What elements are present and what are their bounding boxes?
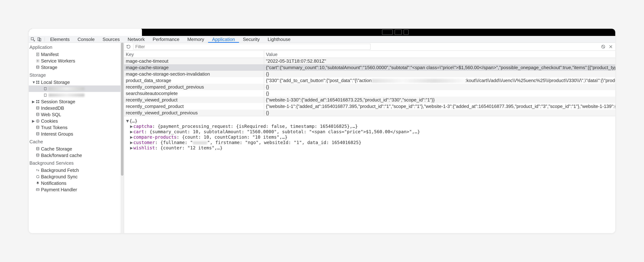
sidebar-item-trust-tokens[interactable]: Trust Tokens [29, 124, 124, 131]
viewer-line[interactable]: ▶customer: {fullname: "", firstname: "ng… [126, 140, 613, 145]
cell-value: {} [264, 84, 615, 90]
cell-key: searchsuiteautocomplete [124, 91, 264, 96]
tab-sources[interactable]: Sources [99, 36, 124, 43]
expand-icon[interactable]: ▶ [130, 145, 133, 151]
svg-point-23 [36, 126, 39, 127]
device-toggle-icon[interactable] [37, 37, 42, 42]
viewer-line[interactable]: ▶cart: {summary_count: 10, subtotalAmoun… [126, 129, 613, 135]
sidebar-item-cache-storage[interactable]: Cache Storage [29, 146, 124, 152]
sidebar-item-session-storage[interactable]: ▶Session Storage [29, 98, 124, 105]
sidebar-item-notifications[interactable]: Notifications [29, 180, 124, 186]
svg-rect-15 [38, 102, 39, 103]
tab-application[interactable]: Application [208, 36, 239, 43]
column-header-key[interactable]: Key [124, 51, 264, 58]
viewer-line[interactable]: ▶captcha: {payment_processing_request: {… [126, 124, 613, 129]
sidebar-item-manifest[interactable]: Manifest [29, 51, 124, 58]
sidebar-item-label: Back/forward cache [40, 153, 82, 158]
main-area: ApplicationManifestService WorkersStorag… [29, 43, 615, 233]
db-icon [35, 65, 40, 69]
sidebar-item-payment-handler[interactable]: Payment Handler [29, 186, 124, 193]
caret-right-icon[interactable]: ▶ [32, 119, 35, 123]
sidebar-item-back-forward-cache[interactable]: Back/forward cache [29, 152, 124, 159]
tab-security[interactable]: Security [239, 36, 264, 43]
svg-point-18 [36, 120, 39, 123]
cell-value: {"website-1-1":{"added_at":1654016877.39… [264, 104, 615, 109]
sidebar-item-background-fetch[interactable]: Background Fetch [29, 167, 124, 174]
caret-down-icon[interactable]: ▼ [32, 80, 35, 84]
table-row[interactable]: product_data_storage{"330":{"add_to_cart… [124, 77, 615, 84]
sidebar-item-label: Storage [40, 65, 57, 70]
sidebar-item-label: Trust Tokens [40, 125, 68, 130]
table-row[interactable]: mage-cache-storage{"cart":{"summary_coun… [124, 64, 615, 71]
browser-control-box[interactable] [394, 29, 402, 35]
tab-lighthouse[interactable]: Lighthouse [264, 36, 294, 43]
tab-network[interactable]: Network [124, 36, 148, 43]
sidebar-item-local-storage[interactable]: ▼Local Storage [29, 79, 124, 85]
manifest-icon [35, 52, 40, 56]
sidebar-origin-item[interactable] [29, 92, 124, 98]
browser-control-box[interactable] [382, 29, 393, 35]
cell-value: {} [264, 91, 615, 96]
sidebar-item-label: Payment Handler [40, 187, 77, 193]
browser-control-box[interactable] [404, 29, 408, 35]
viewer-line[interactable]: ▶compare-products: {count: 10, countCapt… [126, 135, 613, 140]
db-icon [35, 132, 40, 136]
column-header-value[interactable]: Value [264, 51, 615, 58]
sidebar-item-indexeddb[interactable]: IndexedDB [29, 105, 124, 111]
sidebar-item-background-sync[interactable]: Background Sync [29, 174, 124, 180]
table-row[interactable]: recently_compared_product{"website-1-1":… [124, 103, 615, 110]
sidebar-item-storage[interactable]: Storage [29, 64, 124, 71]
gear-icon [35, 59, 40, 63]
tab-memory[interactable]: Memory [183, 36, 208, 43]
viewer-value: {payment_processing_request: {isRequired… [158, 124, 358, 129]
table-row[interactable]: recently_viewed_product{"website-1-330":… [124, 97, 615, 103]
sidebar-scrollbar[interactable] [120, 43, 124, 233]
viewer-line[interactable]: ▶wishlist: {counter: "12 items",…} [126, 145, 613, 151]
sidebar-origin-item[interactable] [29, 85, 124, 92]
svg-rect-27 [36, 189, 39, 191]
tab-console[interactable]: Console [74, 36, 98, 43]
section-header: Application [29, 43, 124, 51]
grid-icon [35, 80, 40, 84]
viewer-root[interactable]: ▼{…} [126, 118, 613, 124]
table-row[interactable]: recently_compared_product_previous{} [124, 84, 615, 90]
svg-rect-6 [36, 81, 38, 82]
viewer-key: wishlist [133, 145, 155, 151]
expand-icon[interactable]: ▶ [130, 135, 133, 140]
cell-key: recently_viewed_product [124, 97, 264, 103]
sidebar-item-label: Cache Storage [40, 146, 72, 152]
svg-point-19 [37, 120, 38, 121]
redacted-segment [372, 79, 465, 83]
expand-icon[interactable]: ▶ [130, 140, 133, 145]
application-sidebar: ApplicationManifestService WorkersStorag… [29, 43, 124, 233]
refresh-button[interactable] [126, 44, 131, 49]
browser-active-tab[interactable] [29, 29, 142, 36]
table-row[interactable]: searchsuiteautocomplete{} [124, 90, 615, 97]
table-row[interactable]: recently_viewed_product_previous{} [124, 110, 615, 116]
tab-performance[interactable]: Performance [149, 36, 184, 43]
bell-icon [35, 181, 40, 185]
svg-point-21 [37, 121, 38, 122]
delete-button[interactable] [608, 44, 614, 49]
table-row[interactable]: mage-cache-storage-section-invalidation{… [124, 71, 615, 77]
section-header: Cache [29, 137, 124, 146]
sidebar-item-label: IndexedDB [40, 105, 64, 111]
clear-button[interactable] [600, 44, 606, 49]
sidebar-item-interest-groups[interactable]: Interest Groups [29, 131, 124, 137]
expand-icon[interactable]: ▶ [130, 129, 133, 135]
sidebar-item-web-sql[interactable]: Web SQL [29, 111, 124, 118]
storage-toolbar [124, 43, 615, 51]
table-row[interactable]: mage-cache-timeout"2022-05-31T18:07:52.8… [124, 58, 615, 64]
scrollbar-thumb[interactable] [121, 43, 124, 176]
value-viewer[interactable]: ▼{…} ▶captcha: {payment_processing_reque… [124, 116, 615, 233]
filter-input[interactable] [133, 44, 370, 49]
cell-key: mage-cache-storage-section-invalidation [124, 71, 264, 77]
tab-elements[interactable]: Elements [46, 36, 74, 43]
sidebar-item-service-workers[interactable]: Service Workers [29, 58, 124, 64]
cookie-icon [35, 119, 40, 123]
inspect-icon[interactable] [30, 37, 36, 42]
expand-icon[interactable]: ▶ [130, 124, 133, 129]
sidebar-item-label: Session Storage [40, 99, 75, 104]
caret-right-icon[interactable]: ▶ [32, 99, 35, 104]
sidebar-item-cookies[interactable]: ▶Cookies [29, 118, 124, 124]
